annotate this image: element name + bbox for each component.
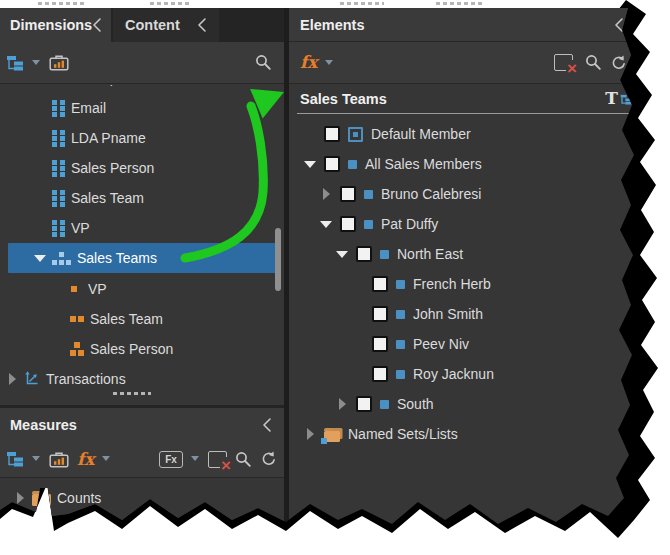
expand-icon[interactable] — [320, 187, 332, 201]
tree-row-sales-person[interactable]: Sales Person — [0, 153, 284, 183]
element-label: North East — [397, 246, 463, 262]
collapse-triangle-icon[interactable] — [336, 247, 348, 261]
expand-icon[interactable] — [304, 427, 316, 441]
folder-icon — [32, 524, 51, 536]
tree-item-label: Sales Teams — [77, 250, 157, 266]
element-row-default-member[interactable]: Default Member — [289, 119, 670, 149]
elements-panel: Elements fx Sales Teams — [289, 8, 670, 555]
checkbox[interactable] — [324, 126, 340, 142]
element-label: South — [397, 396, 434, 412]
elements-header: Elements — [289, 8, 670, 42]
checkbox[interactable] — [372, 306, 388, 322]
tree-item-label: Sales Person — [71, 160, 154, 176]
member-icon — [380, 400, 389, 409]
named-sets-folder-icon — [324, 431, 340, 442]
checkbox[interactable] — [372, 366, 388, 382]
torn-dots — [436, 2, 484, 5]
measure-case-icon[interactable] — [49, 54, 69, 71]
tree-row-transactions[interactable]: Transactions — [0, 364, 284, 394]
search-icon[interactable] — [235, 451, 252, 468]
chevron-down-icon[interactable] — [32, 60, 41, 66]
element-row-peev-niv[interactable]: Peev Niv — [289, 329, 670, 359]
element-row-all-sales-members[interactable]: All Sales Members — [289, 149, 670, 179]
element-label: Pat Duffy — [381, 216, 438, 232]
expand-icon[interactable] — [336, 397, 348, 411]
tree-row-vp-level[interactable]: VP — [0, 274, 284, 304]
elements-toolbar: fx — [289, 42, 670, 84]
element-row-bruno-calebresi[interactable]: Bruno Calebresi — [289, 179, 670, 209]
member-icon — [396, 370, 405, 379]
collapse-chevron-icon[interactable] — [92, 17, 102, 33]
torn-dots — [38, 2, 84, 5]
fx-formula-icon[interactable]: fx — [300, 54, 317, 71]
collapse-triangle-icon[interactable] — [34, 251, 46, 265]
expand-icon[interactable] — [6, 372, 18, 386]
tab-dimensions-label: Dimensions — [10, 17, 92, 33]
tree-row-sales-person-level[interactable]: Sales Person — [0, 334, 284, 364]
tree-row-lda-pname[interactable]: LDA Pname — [0, 123, 284, 153]
element-label: Named Sets/Lists — [348, 426, 458, 442]
element-label: French Herb — [413, 276, 491, 292]
element-row-roy-jacknun[interactable]: Roy Jacknun — [289, 359, 670, 389]
search-icon[interactable] — [255, 54, 272, 71]
clear-selection-icon[interactable] — [554, 54, 573, 71]
element-label: All Sales Members — [365, 156, 482, 172]
measure-case-icon[interactable] — [49, 451, 69, 468]
search-icon[interactable] — [585, 54, 602, 71]
tree-view-icon[interactable] — [6, 55, 24, 71]
element-row-john-smith[interactable]: John Smith — [289, 299, 670, 329]
tree-row-email[interactable]: Email — [0, 93, 284, 123]
app-panels: Dimensions Content — [0, 0, 670, 555]
chevron-down-icon[interactable] — [191, 456, 200, 462]
chevron-down-icon[interactable] — [325, 60, 334, 66]
collapse-chevron-icon[interactable] — [197, 17, 207, 33]
tree-item-label: VP — [88, 281, 107, 297]
tree-row-sales-teams-selected[interactable]: Sales Teams — [8, 243, 278, 273]
member-icon — [364, 220, 373, 229]
element-row-french-herb[interactable]: French Herb — [289, 269, 670, 299]
tree-row-sales-team[interactable]: Sales Team — [0, 183, 284, 213]
element-row-named-sets[interactable]: Named Sets/Lists — [289, 419, 670, 449]
member-icon — [380, 250, 389, 259]
refresh-icon[interactable] — [610, 55, 626, 71]
tree-item-label: Sales Team — [90, 311, 163, 327]
tab-content[interactable]: Content — [113, 8, 219, 42]
element-row-south[interactable]: South — [289, 389, 670, 419]
scrollbar-thumb[interactable] — [275, 228, 281, 291]
element-row-pat-duffy[interactable]: Pat Duffy — [289, 209, 670, 239]
element-row-north-east[interactable]: North East — [289, 239, 670, 269]
hierarchy-icon — [52, 252, 71, 265]
tree-row-vp[interactable]: VP — [0, 213, 284, 243]
refresh-icon[interactable] — [260, 451, 276, 467]
tab-dimensions[interactable]: Dimensions — [0, 8, 111, 42]
tree-row-sales-team-level[interactable]: Sales Team — [0, 304, 284, 334]
dimension-axes-icon — [24, 85, 40, 86]
level-1-icon — [70, 286, 82, 292]
collapse-chevron-icon[interactable] — [262, 417, 272, 433]
chevron-down-icon[interactable] — [32, 456, 41, 462]
dimensions-tree: Sales People Email LDA Pname Sales Perso… — [0, 85, 284, 405]
clear-selection-icon[interactable] — [208, 451, 227, 468]
tree-item-label: LDA Pname — [71, 130, 146, 146]
checkbox[interactable] — [324, 156, 340, 172]
chevron-down-icon[interactable] — [102, 456, 111, 462]
tree-view-icon[interactable] — [6, 451, 24, 467]
member-icon — [348, 160, 357, 169]
checkbox[interactable] — [356, 246, 372, 262]
expand-icon[interactable] — [14, 521, 26, 535]
checkbox[interactable] — [372, 336, 388, 352]
checkbox[interactable] — [372, 276, 388, 292]
expand-icon[interactable] — [14, 491, 26, 505]
tree-item-label: VP — [71, 220, 90, 236]
checkbox[interactable] — [340, 186, 356, 202]
attribute-grid-icon — [52, 100, 65, 117]
collapse-triangle-icon[interactable] — [304, 157, 316, 171]
checkbox[interactable] — [340, 216, 356, 232]
left-column: Dimensions Content — [0, 8, 284, 555]
tree-item-label: Sales Person — [90, 341, 173, 357]
fx-folder-icon[interactable]: Fx — [159, 451, 183, 468]
fx-formula-icon[interactable]: fx — [77, 451, 94, 468]
checkbox[interactable] — [356, 396, 372, 412]
collapse-triangle-icon[interactable] — [320, 217, 332, 231]
tree-row-clipped[interactable]: Sales People — [0, 85, 284, 93]
